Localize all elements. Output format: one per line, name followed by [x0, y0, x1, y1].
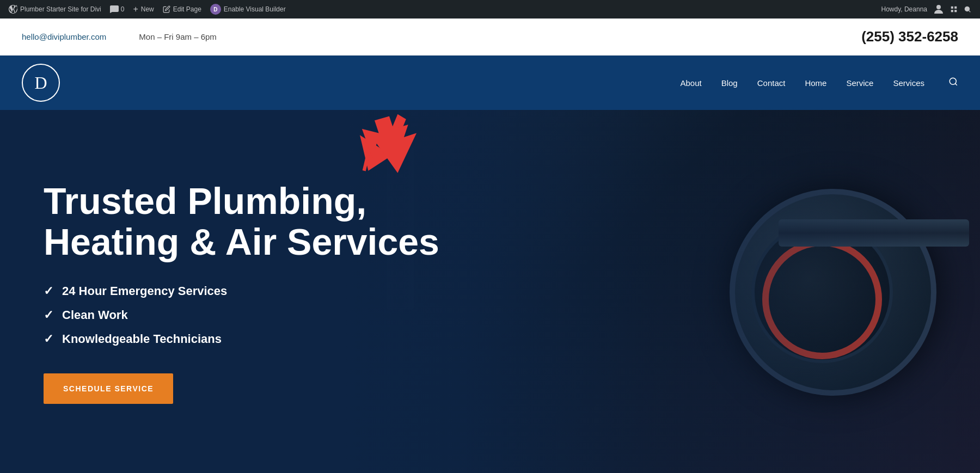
- nav-item-blog[interactable]: Blog: [721, 78, 738, 88]
- svg-line-7: [955, 83, 957, 85]
- svg-point-5: [965, 7, 970, 11]
- comment-count: 0: [121, 5, 125, 13]
- nav-item-about[interactable]: About: [680, 78, 701, 88]
- howdy-item[interactable]: Howdy, Deanna: [877, 0, 976, 19]
- nav-item-home[interactable]: Home: [805, 78, 826, 88]
- nav-item-contact[interactable]: Contact: [757, 78, 786, 88]
- wp-logo-item[interactable]: Plumber Starter Site for Divi: [4, 0, 106, 19]
- new-content-item[interactable]: + New: [128, 0, 158, 19]
- check-icon-2: ✓: [44, 308, 53, 322]
- new-label: New: [141, 5, 154, 13]
- edit-page-label: Edit Page: [173, 5, 201, 13]
- top-info-bar: hello@diviplumber.com Mon – Fri 9am – 6p…: [0, 19, 980, 56]
- svg-rect-4: [954, 10, 957, 12]
- hero-content: Trusted Plumbing, Heating & Air Services…: [0, 148, 483, 437]
- contact-email[interactable]: hello@diviplumber.com: [22, 32, 106, 41]
- top-info-left: hello@diviplumber.com Mon – Fri 9am – 6p…: [22, 32, 861, 41]
- nav-item-services[interactable]: Services: [893, 78, 924, 88]
- site-title: Plumber Starter Site for Divi: [20, 5, 101, 13]
- hero-title: Trusted Plumbing, Heating & Air Services: [44, 181, 439, 262]
- svg-point-6: [950, 78, 956, 84]
- divi-icon: D: [210, 4, 221, 15]
- feature-item-1: ✓ 24 Hour Emergency Services: [44, 284, 439, 298]
- visual-builder-label: Enable Visual Builder: [224, 5, 286, 13]
- feature-item-3: ✓ Knowledgeable Technicians: [44, 332, 439, 346]
- admin-bar: Plumber Starter Site for Divi 0 + New Ed…: [0, 0, 980, 19]
- svg-rect-2: [954, 7, 957, 9]
- search-icon[interactable]: [948, 77, 958, 89]
- feature-item-2: ✓ Clean Work: [44, 308, 439, 322]
- nav-item-service[interactable]: Service: [846, 78, 873, 88]
- hero-features-list: ✓ 24 Hour Emergency Services ✓ Clean Wor…: [44, 284, 439, 346]
- schedule-service-button[interactable]: SCHEDULE SERVICE: [44, 373, 173, 404]
- visual-builder-item[interactable]: D Enable Visual Builder: [206, 0, 290, 19]
- svg-point-0: [936, 5, 941, 9]
- hero-section: Trusted Plumbing, Heating & Air Services…: [0, 110, 980, 473]
- site-logo[interactable]: D: [22, 64, 60, 102]
- main-header: D About Blog Contact Home Service Servic…: [0, 56, 980, 110]
- comments-item[interactable]: 0: [106, 0, 129, 19]
- check-icon-3: ✓: [44, 332, 53, 346]
- svg-rect-1: [951, 7, 953, 9]
- phone-number[interactable]: (255) 352-6258: [861, 28, 958, 45]
- main-nav: About Blog Contact Home Service Services: [680, 77, 958, 89]
- edit-page-item[interactable]: Edit Page: [158, 0, 206, 19]
- svg-rect-3: [951, 10, 953, 12]
- check-icon-1: ✓: [44, 284, 53, 298]
- business-hours: Mon – Fri 9am – 6pm: [139, 32, 217, 41]
- howdy-label: Howdy, Deanna: [881, 5, 928, 13]
